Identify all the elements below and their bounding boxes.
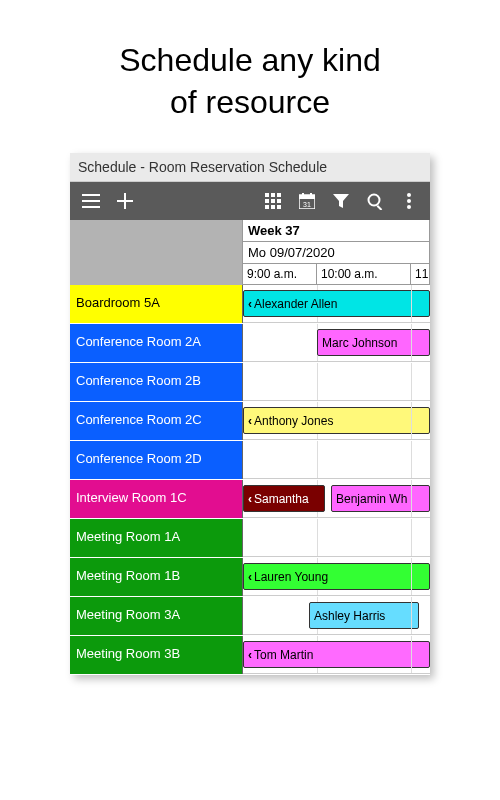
- svg-rect-11: [265, 205, 269, 209]
- resource-track[interactable]: ‹Anthony Jones: [243, 402, 430, 440]
- svg-rect-13: [277, 205, 281, 209]
- resource-row: Conference Room 2B: [70, 363, 430, 402]
- resource-label[interactable]: Meeting Room 1B: [70, 558, 243, 596]
- event-label: Tom Martin: [254, 648, 313, 662]
- svg-text:31: 31: [303, 201, 311, 208]
- resource-rows: Boardroom 5A‹Alexander AllenConference R…: [70, 285, 430, 675]
- schedule-area: Week 37 Mo 09/07/2020 9:00 a.m. 10:00 a.…: [70, 220, 430, 675]
- time-col-1: 10:00 a.m.: [317, 264, 411, 284]
- resource-label[interactable]: Meeting Room 3A: [70, 597, 243, 635]
- resource-label[interactable]: Boardroom 5A: [70, 285, 243, 323]
- svg-point-20: [368, 194, 379, 205]
- chevron-left-icon: ‹: [248, 492, 252, 506]
- resource-label[interactable]: Meeting Room 1A: [70, 519, 243, 557]
- resource-row: Conference Room 2C‹Anthony Jones: [70, 402, 430, 441]
- window-title-text: Schedule - Room Reservation Schedule: [78, 159, 327, 175]
- promo-line2: of resource: [170, 84, 330, 120]
- menu-icon[interactable]: [74, 182, 108, 220]
- svg-point-22: [407, 193, 411, 197]
- resource-row: Meeting Room 1A: [70, 519, 430, 558]
- time-col-2: 11: [411, 264, 430, 284]
- resource-track[interactable]: [243, 519, 430, 557]
- resource-track[interactable]: ‹Alexander Allen: [243, 285, 430, 323]
- time-col-0: 9:00 a.m.: [243, 264, 317, 284]
- calendar-icon[interactable]: 31: [290, 182, 324, 220]
- chevron-left-icon: ‹: [248, 297, 252, 311]
- svg-rect-0: [82, 194, 100, 196]
- chevron-left-icon: ‹: [248, 648, 252, 662]
- resource-row: Boardroom 5A‹Alexander Allen: [70, 285, 430, 324]
- resource-track[interactable]: [243, 441, 430, 479]
- svg-rect-15: [299, 195, 315, 199]
- promo-line1: Schedule any kind: [119, 42, 381, 78]
- resource-row: Conference Room 2D: [70, 441, 430, 480]
- date-label: Mo 09/07/2020: [243, 242, 430, 264]
- event-block[interactable]: ‹Anthony Jones: [243, 407, 430, 434]
- resource-row: Meeting Room 3AAshley Harris: [70, 597, 430, 636]
- resource-track[interactable]: Marc Johnson: [243, 324, 430, 362]
- svg-rect-6: [271, 193, 275, 197]
- week-label: Week 37: [243, 220, 430, 242]
- event-block[interactable]: ‹Lauren Young: [243, 563, 430, 590]
- resource-track[interactable]: ‹Lauren Young: [243, 558, 430, 596]
- svg-rect-17: [310, 193, 312, 197]
- time-header-row: 9:00 a.m. 10:00 a.m. 11: [243, 264, 430, 285]
- svg-rect-5: [265, 193, 269, 197]
- svg-rect-2: [82, 206, 100, 208]
- resource-track[interactable]: ‹Tom Martin: [243, 636, 430, 674]
- event-block[interactable]: Ashley Harris: [309, 602, 419, 629]
- event-label: Alexander Allen: [254, 297, 337, 311]
- svg-rect-4: [117, 200, 133, 202]
- svg-rect-21: [376, 205, 382, 210]
- promo-title: Schedule any kind of resource: [0, 0, 500, 153]
- resource-row: Meeting Room 3B‹Tom Martin: [70, 636, 430, 675]
- more-icon[interactable]: [392, 182, 426, 220]
- resource-label[interactable]: Interview Room 1C: [70, 480, 243, 518]
- resource-track[interactable]: [243, 363, 430, 401]
- filter-icon[interactable]: [324, 182, 358, 220]
- svg-rect-8: [265, 199, 269, 203]
- svg-point-24: [407, 205, 411, 209]
- app-frame: Schedule - Room Reservation Schedule 31: [70, 153, 430, 675]
- svg-rect-1: [82, 200, 100, 202]
- svg-rect-7: [277, 193, 281, 197]
- header-gutter: [70, 220, 243, 285]
- event-label: Samantha: [254, 492, 309, 506]
- resource-track[interactable]: ‹SamanthaBenjamin Wh: [243, 480, 430, 518]
- resource-row: Meeting Room 1B‹Lauren Young: [70, 558, 430, 597]
- resource-row: Interview Room 1C‹SamanthaBenjamin Wh: [70, 480, 430, 519]
- event-label: Anthony Jones: [254, 414, 333, 428]
- svg-rect-9: [271, 199, 275, 203]
- grid-icon[interactable]: [256, 182, 290, 220]
- schedule-header: Week 37 Mo 09/07/2020 9:00 a.m. 10:00 a.…: [70, 220, 430, 285]
- resource-label[interactable]: Conference Room 2A: [70, 324, 243, 362]
- event-label: Lauren Young: [254, 570, 328, 584]
- event-label: Marc Johnson: [322, 336, 397, 350]
- resource-label[interactable]: Conference Room 2D: [70, 441, 243, 479]
- event-block[interactable]: ‹Tom Martin: [243, 641, 430, 668]
- window-titlebar: Schedule - Room Reservation Schedule: [70, 153, 430, 182]
- event-label: Benjamin Wh: [336, 492, 407, 506]
- plus-icon[interactable]: [108, 182, 142, 220]
- chevron-left-icon: ‹: [248, 570, 252, 584]
- resource-label[interactable]: Meeting Room 3B: [70, 636, 243, 674]
- resource-label[interactable]: Conference Room 2C: [70, 402, 243, 440]
- resource-label[interactable]: Conference Room 2B: [70, 363, 243, 401]
- event-block[interactable]: ‹Samantha: [243, 485, 325, 512]
- resource-track[interactable]: Ashley Harris: [243, 597, 430, 635]
- event-label: Ashley Harris: [314, 609, 385, 623]
- event-block[interactable]: ‹Alexander Allen: [243, 290, 430, 317]
- resource-row: Conference Room 2AMarc Johnson: [70, 324, 430, 363]
- chevron-left-icon: ‹: [248, 414, 252, 428]
- svg-rect-12: [271, 205, 275, 209]
- toolbar: 31: [70, 182, 430, 220]
- search-icon[interactable]: [358, 182, 392, 220]
- svg-point-23: [407, 199, 411, 203]
- event-block[interactable]: Benjamin Wh: [331, 485, 430, 512]
- svg-rect-16: [302, 193, 304, 197]
- event-block[interactable]: Marc Johnson: [317, 329, 430, 356]
- svg-marker-19: [333, 194, 349, 208]
- svg-rect-10: [277, 199, 281, 203]
